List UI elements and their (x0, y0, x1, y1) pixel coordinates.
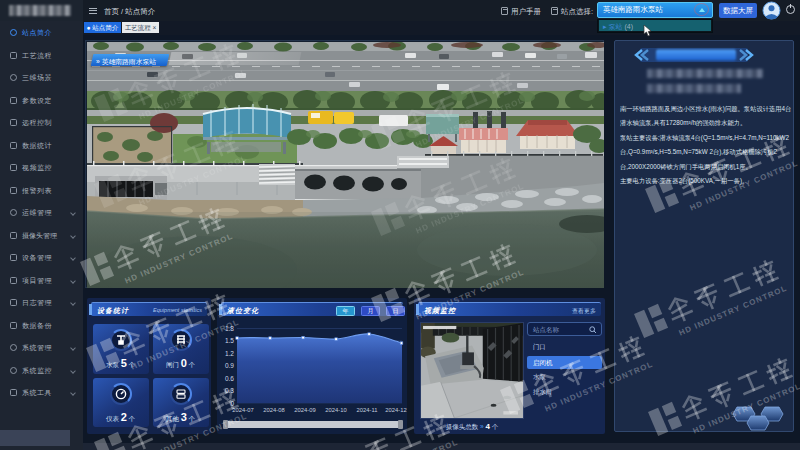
svg-text:2024-10: 2024-10 (325, 407, 346, 413)
svg-text:2024-07: 2024-07 (232, 407, 253, 413)
svg-text:1.8: 1.8 (225, 325, 234, 332)
svg-text:0.6: 0.6 (225, 375, 234, 382)
svg-text:2024-12: 2024-12 (385, 407, 406, 413)
svg-text:2024-08: 2024-08 (263, 407, 284, 413)
svg-text:0.9: 0.9 (225, 362, 234, 369)
svg-text:1.2: 1.2 (225, 350, 234, 357)
svg-text:2024-11: 2024-11 (357, 407, 378, 413)
svg-text:0.3: 0.3 (225, 387, 234, 394)
svg-text:1.5: 1.5 (225, 337, 234, 344)
svg-text:0: 0 (230, 400, 234, 407)
svg-text:2024-09: 2024-09 (294, 407, 315, 413)
